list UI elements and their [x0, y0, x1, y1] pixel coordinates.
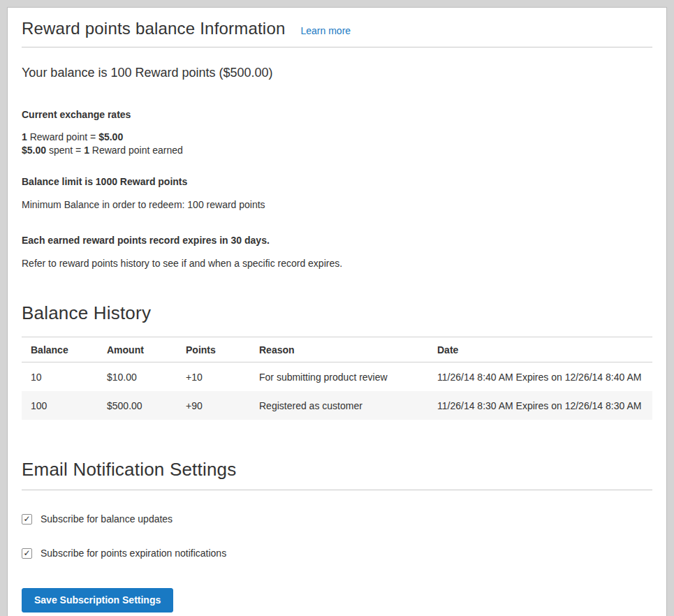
- balance-limit-text: Balance limit is 1000 Reward points: [22, 175, 652, 189]
- cell-reason: Registered as customer: [250, 391, 428, 420]
- cell-points: +10: [177, 362, 250, 392]
- expiry-note: Refer to reward points history to see if…: [22, 257, 652, 270]
- learn-more-link[interactable]: Learn more: [300, 25, 351, 36]
- balance-updates-option[interactable]: ✓ Subscribe for balance updates: [22, 513, 652, 525]
- cell-amount: $500.00: [98, 391, 177, 420]
- save-subscription-button[interactable]: Save Subscription Settings: [22, 588, 173, 613]
- rate-line2-text: spent =: [46, 145, 84, 156]
- cell-balance: 10: [22, 362, 98, 392]
- table-row: 10 $10.00 +10 For submitting product rev…: [22, 362, 652, 392]
- cell-balance: 100: [22, 391, 98, 420]
- table-row: 100 $500.00 +90 Registered as customer 1…: [22, 391, 652, 420]
- column-header-amount: Amount: [98, 337, 177, 362]
- exchange-rates-heading: Current exchange rates: [22, 108, 652, 122]
- points-expiration-option[interactable]: ✓ Subscribe for points expiration notifi…: [22, 548, 652, 559]
- min-balance-text: Minimum Balance in order to redeem: 100 …: [22, 198, 652, 212]
- page-title: Reward points balance Information: [22, 19, 285, 38]
- rate-line1-text: Reward point =: [27, 131, 98, 142]
- rate-line2-value: 1: [84, 145, 89, 156]
- column-header-balance: Balance: [22, 337, 98, 362]
- expiry-heading: Each earned reward points record expires…: [22, 234, 652, 247]
- column-header-points: Points: [177, 337, 250, 362]
- column-header-date: Date: [428, 337, 652, 362]
- page-header: Reward points balance Information Learn …: [22, 19, 652, 47]
- check-icon: ✓: [23, 549, 30, 557]
- rate-line1-amount: $5.00: [98, 131, 123, 142]
- balance-updates-label: Subscribe for balance updates: [41, 513, 173, 525]
- balance-updates-checkbox-checked-icon[interactable]: ✓: [22, 514, 32, 525]
- rate-line2-text2: Reward point earned: [89, 145, 183, 156]
- table-header-row: Balance Amount Points Reason Date: [22, 337, 652, 362]
- cell-date: 11/26/14 8:40 AM Expires on 12/26/14 8:4…: [428, 362, 652, 392]
- exchange-rate-lines: 1 Reward point = $5.00$5.00 spent = 1 Re…: [22, 131, 652, 157]
- check-icon: ✓: [23, 515, 30, 523]
- cell-points: +90: [177, 391, 250, 420]
- rate-line1-value: 1: [22, 131, 27, 142]
- cell-reason: For submitting product review: [250, 362, 428, 392]
- balance-history-table: Balance Amount Points Reason Date 10 $10…: [22, 337, 652, 420]
- points-expiration-checkbox-checked-icon[interactable]: ✓: [22, 548, 32, 559]
- cell-date: 11/26/14 8:30 AM Expires on 12/26/14 8:3…: [428, 391, 652, 420]
- reward-points-panel: Reward points balance Information Learn …: [7, 7, 667, 616]
- balance-history-heading: Balance History: [22, 302, 652, 324]
- email-settings-heading: Email Notification Settings: [22, 459, 652, 490]
- rate-line2-amount: $5.00: [22, 145, 46, 156]
- points-expiration-label: Subscribe for points expiration notifica…: [41, 548, 226, 559]
- balance-summary: Your balance is 100 Reward points ($500.…: [22, 66, 652, 80]
- column-header-reason: Reason: [250, 337, 428, 362]
- cell-amount: $10.00: [98, 362, 177, 392]
